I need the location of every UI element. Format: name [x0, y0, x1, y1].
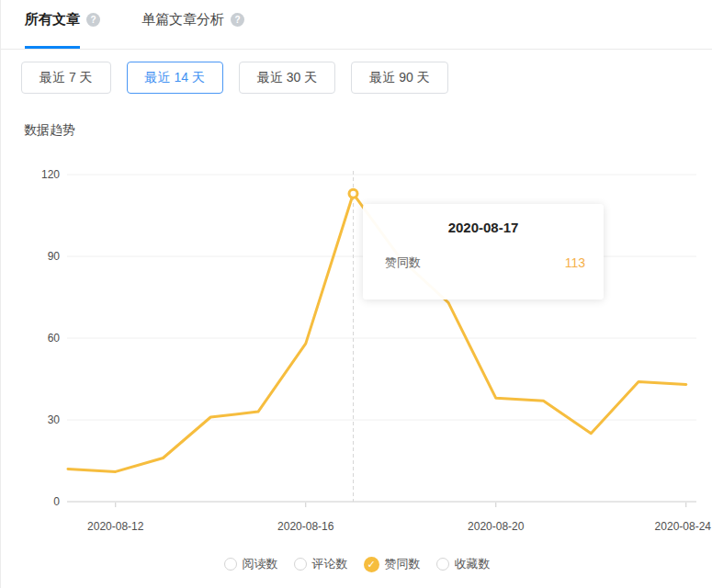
legend-label: 评论数	[312, 556, 348, 572]
svg-text:0: 0	[53, 495, 60, 508]
chart-legend: 阅读数 评论数 ✓ 赞同数 收藏数	[1, 556, 712, 572]
svg-text:2020-08-16: 2020-08-16	[277, 520, 334, 533]
legend-label: 赞同数	[385, 556, 421, 572]
chart-tooltip: 2020-08-17 赞同数 113	[363, 204, 604, 300]
svg-text:2020-08-24: 2020-08-24	[655, 520, 712, 533]
tooltip-date: 2020-08-17	[385, 220, 585, 235]
legend-item-comments[interactable]: 评论数	[294, 556, 348, 572]
legend-item-favorites[interactable]: 收藏数	[436, 556, 491, 572]
legend-label: 收藏数	[455, 556, 491, 572]
trend-line-chart[interactable]: 03060901202020-08-122020-08-162020-08-20…	[1, 0, 712, 588]
radio-checked-icon[interactable]: ✓	[364, 557, 379, 572]
svg-text:2020-08-12: 2020-08-12	[87, 520, 144, 533]
radio-unchecked-icon[interactable]	[436, 558, 449, 571]
tooltip-series-label: 赞同数	[385, 254, 421, 271]
legend-label: 阅读数	[243, 556, 278, 572]
tooltip-series-value: 113	[565, 255, 585, 270]
legend-item-reads[interactable]: 阅读数	[224, 556, 278, 572]
article-analytics-page: 所有文章 ? 单篇文章分析 ? 最近 7 天 最近 14 天 最近 30 天 最…	[0, 0, 712, 588]
svg-text:2020-08-20: 2020-08-20	[468, 520, 525, 533]
radio-unchecked-icon[interactable]	[224, 558, 237, 571]
svg-text:120: 120	[41, 168, 60, 181]
svg-text:30: 30	[48, 413, 61, 426]
tooltip-row: 赞同数 113	[385, 254, 585, 271]
svg-text:90: 90	[48, 250, 61, 263]
legend-item-upvotes[interactable]: ✓ 赞同数	[364, 556, 421, 572]
radio-unchecked-icon[interactable]	[294, 558, 307, 571]
svg-text:60: 60	[48, 332, 61, 345]
